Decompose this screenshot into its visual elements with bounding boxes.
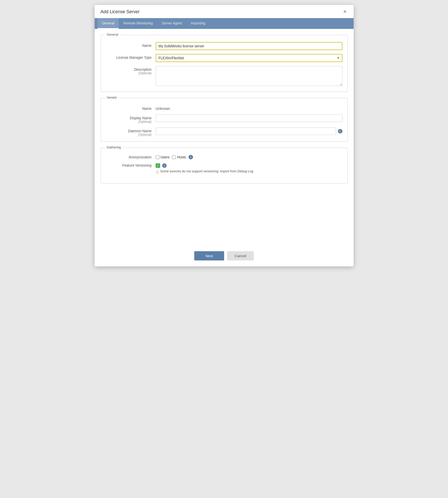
users-checkbox-group: Users xyxy=(156,155,170,159)
feature-versioning-top: ✓ i xyxy=(156,163,254,168)
hosts-checkbox[interactable] xyxy=(172,155,176,159)
feature-versioning-row: Feature Versioning ✓ i ⚠ Some sources do… xyxy=(106,163,342,174)
general-section-legend: General xyxy=(105,33,120,36)
description-input[interactable] xyxy=(156,66,342,86)
anonymization-info-icon[interactable]: i xyxy=(189,155,193,159)
warning-text: Some sources do not support versioning: … xyxy=(160,169,254,173)
dialog-header: Add License Server × xyxy=(95,5,354,18)
vendor-name-row: Name Unknown xyxy=(106,105,342,111)
description-control xyxy=(156,66,342,87)
description-row: Description (Optional) xyxy=(106,66,342,87)
dialog-footer: Next Cancel xyxy=(95,245,354,266)
users-checkbox[interactable] xyxy=(156,155,159,159)
license-manager-row: License Manager Type FLEXlm/FlexNet LM-X… xyxy=(106,54,342,62)
description-label: Description (Optional) xyxy=(106,66,156,75)
vendor-section: Vendor Name Unknown Display Name (Option… xyxy=(101,98,348,142)
warning-icon: ⚠ xyxy=(156,170,159,174)
users-label[interactable]: Users xyxy=(161,155,170,159)
add-license-server-dialog: Add License Server × General Remote Moni… xyxy=(95,5,354,266)
tab-remote-monitoring[interactable]: Remote Monitoring xyxy=(119,18,157,29)
name-control xyxy=(156,42,342,50)
anonymization-controls: Users Hosts i xyxy=(156,155,193,159)
hosts-checkbox-group: Hosts xyxy=(172,155,186,159)
next-button[interactable]: Next xyxy=(194,251,224,260)
feature-versioning-controls: ✓ i ⚠ Some sources do not support versio… xyxy=(156,163,254,174)
license-manager-control: FLEXlm/FlexNet LM-X RLM DSLS ▼ xyxy=(156,54,342,62)
cancel-button[interactable]: Cancel xyxy=(227,251,254,260)
tab-general[interactable]: General xyxy=(98,18,119,29)
hosts-label[interactable]: Hosts xyxy=(177,155,186,159)
dialog-title: Add License Server xyxy=(101,9,140,14)
vendor-section-legend: Vendor xyxy=(105,96,119,99)
feature-versioning-label: Feature Versioning xyxy=(106,163,156,167)
license-manager-label: License Manager Type xyxy=(106,54,156,60)
gathering-section: Gathering Anonymization Users Hosts xyxy=(101,148,348,184)
general-section: General Name License Manager Type xyxy=(101,35,348,92)
vendor-name-label: Name xyxy=(106,105,156,111)
dialog-body: General Name License Manager Type xyxy=(95,29,354,245)
feature-versioning-checkbox[interactable]: ✓ xyxy=(156,163,160,168)
daemon-name-info-icon[interactable]: i xyxy=(338,129,342,133)
daemon-name-input-group: i xyxy=(156,127,342,135)
close-button[interactable]: × xyxy=(342,9,348,14)
vendor-name-value: Unknown xyxy=(156,105,342,111)
license-manager-select[interactable]: FLEXlm/FlexNet LM-X RLM DSLS xyxy=(156,54,342,62)
name-row: Name xyxy=(106,42,342,50)
name-label: Name xyxy=(106,42,156,48)
daemon-name-label: Daemon Name (Optional) xyxy=(106,127,156,136)
display-name-input[interactable] xyxy=(156,115,342,122)
name-input[interactable] xyxy=(156,42,342,50)
tab-importing[interactable]: Importing xyxy=(187,18,210,29)
tab-server-agent[interactable]: Server Agent xyxy=(157,18,187,29)
feature-versioning-warning: ⚠ Some sources do not support versioning… xyxy=(156,169,254,174)
display-name-row: Display Name (Optional) xyxy=(106,115,342,124)
feature-versioning-info-icon[interactable]: i xyxy=(162,163,167,168)
display-name-control xyxy=(156,115,342,122)
tabs-bar: General Remote Monitoring Server Agent I… xyxy=(95,18,354,29)
gathering-section-legend: Gathering xyxy=(105,145,123,149)
license-manager-select-wrapper: FLEXlm/FlexNet LM-X RLM DSLS ▼ xyxy=(156,54,342,62)
anonymization-label: Anonymization xyxy=(106,155,156,159)
daemon-name-control: i xyxy=(156,127,342,135)
anonymization-row: Anonymization Users Hosts i xyxy=(106,155,342,159)
daemon-name-input[interactable] xyxy=(156,127,336,135)
display-name-label: Display Name (Optional) xyxy=(106,115,156,124)
daemon-name-row: Daemon Name (Optional) i xyxy=(106,127,342,136)
